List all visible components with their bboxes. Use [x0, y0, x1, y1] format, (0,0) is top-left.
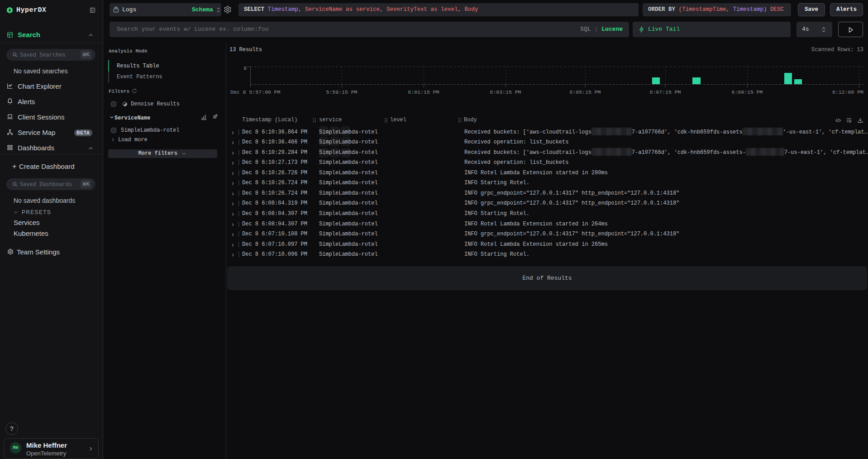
svg-text:6:05:15 PM: 6:05:15 PM [569, 89, 601, 95]
svg-text:6:12:00 PM: 6:12:00 PM [832, 89, 863, 95]
svg-text:6:03:15 PM: 6:03:15 PM [490, 89, 521, 95]
svg-text:8: 8 [243, 66, 247, 71]
svg-text:Dec 8 5:57:00 PM: Dec 8 5:57:00 PM [230, 89, 281, 95]
svg-text:6:07:15 PM: 6:07:15 PM [649, 89, 681, 95]
svg-text:5:59:15 PM: 5:59:15 PM [326, 89, 357, 95]
svg-text:6:01:15 PM: 6:01:15 PM [408, 89, 439, 95]
svg-text:6:09:15 PM: 6:09:15 PM [731, 89, 763, 95]
